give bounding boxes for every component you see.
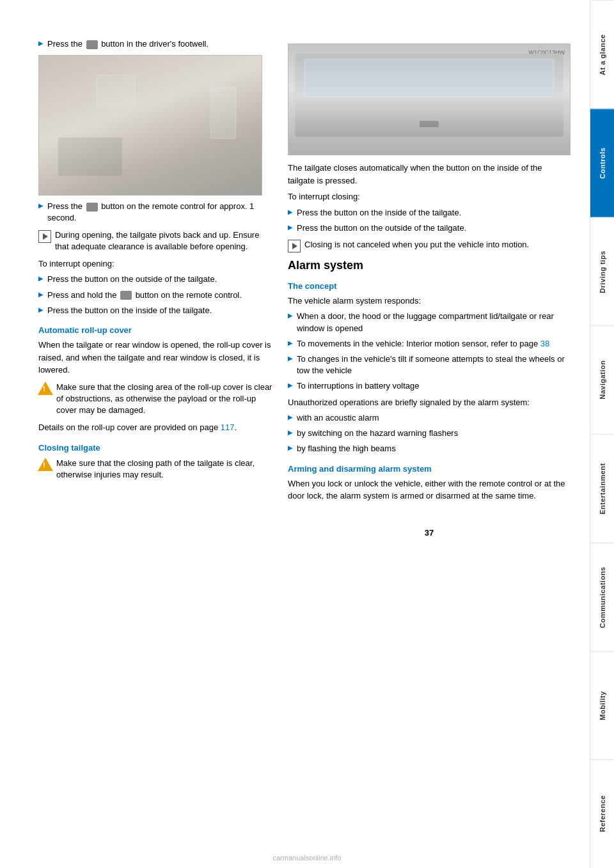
closing-play-arrow bbox=[292, 243, 297, 249]
sidebar-item-entertainment[interactable]: Entertainment bbox=[590, 434, 614, 543]
unauth-arrow-3-icon: ▶ bbox=[288, 444, 293, 453]
interrupt-bullet-3-text: Press the button on the inside of the ta… bbox=[47, 305, 275, 316]
unauthorized-bullet-3: ▶ by flashing the high beams bbox=[288, 443, 571, 454]
concept-bullet-2: ▶ To movements in the vehicle: Interior … bbox=[288, 338, 571, 350]
concept-intro-text: The vehicle alarm system responds: bbox=[288, 295, 571, 307]
concept-heading: The concept bbox=[288, 281, 571, 291]
interrupt-bullet-2: ▶ Press and hold the button on the remot… bbox=[38, 290, 275, 301]
concept-arrow-4-icon: ▶ bbox=[288, 381, 293, 390]
sidebar-label-reference: Reference bbox=[599, 796, 606, 833]
tailgate-image: W1C0C13HW bbox=[288, 43, 571, 155]
warning-rollup-text: Make sure that the closing area of the r… bbox=[56, 382, 275, 417]
bullet-arrow-icon: ▶ bbox=[38, 39, 43, 48]
bullet-arrow-3-icon: ▶ bbox=[38, 274, 43, 283]
warning-closing-text: Make sure that the closing path of the t… bbox=[56, 458, 275, 481]
unauthorized-bullet-1: ▶ with an acoustic alarm bbox=[288, 412, 571, 424]
closing-bullet-2: ▶ Press the button on the outside of the… bbox=[288, 222, 571, 234]
page-38-link[interactable]: 38 bbox=[540, 339, 549, 348]
arming-heading: Arming and disarming alarm system bbox=[288, 464, 571, 474]
warning-closing-icon bbox=[38, 458, 52, 472]
sidebar-label-at-a-glance: At a glance bbox=[599, 34, 606, 75]
concept-bullet-4-text: To interruptions in battery voltage bbox=[297, 380, 571, 392]
unauthorized-bullet-2: ▶ by switching on the hazard warning fla… bbox=[288, 428, 571, 439]
rollup-details-text: Details on the roll-up cover are provide… bbox=[38, 421, 275, 434]
sidebar-item-controls[interactable]: Controls bbox=[590, 109, 614, 217]
tailgate-auto-text: The tailgate closes automatically when t… bbox=[288, 162, 571, 187]
bullet-arrow-2-icon: ▶ bbox=[38, 201, 43, 210]
unauthorized-bullet-1-text: with an acoustic alarm bbox=[297, 412, 571, 424]
concept-bullet-1-text: When a door, the hood or the luggage com… bbox=[297, 311, 571, 334]
arming-text: When you lock or unlock the vehicle, eit… bbox=[288, 477, 571, 502]
warning-closing-shape bbox=[38, 458, 53, 471]
concept-arrow-2-icon: ▶ bbox=[288, 339, 293, 348]
concept-bullet-4: ▶ To interruptions in battery voltage bbox=[288, 380, 571, 392]
sidebar-item-driving-tips[interactable]: Driving tips bbox=[590, 217, 614, 326]
unauth-arrow-2-icon: ▶ bbox=[288, 428, 293, 437]
concept-arrow-3-icon: ▶ bbox=[288, 354, 293, 363]
concept-bullet-1: ▶ When a door, the hood or the luggage c… bbox=[288, 311, 571, 334]
note-closing-box: Closing is not canceled when you put the… bbox=[288, 239, 571, 252]
note-play-icon bbox=[38, 230, 51, 243]
page-container: ▶ Press the button in the driver's footw… bbox=[0, 0, 614, 868]
interrupt-heading: To interrupt opening: bbox=[38, 258, 275, 270]
closing-arrow-1-icon: ▶ bbox=[288, 208, 293, 217]
closing-tailgate-heading: Closing tailgate bbox=[38, 443, 275, 453]
unauth-arrow-1-icon: ▶ bbox=[288, 413, 293, 422]
note-closing-play-icon bbox=[288, 240, 301, 252]
unauthorized-bullet-2-text: by switching on the hazard warning flash… bbox=[297, 428, 571, 439]
sidebar-item-at-a-glance[interactable]: At a glance bbox=[590, 0, 614, 109]
interrupt-bullet-3: ▶ Press the button on the inside of the … bbox=[38, 305, 275, 316]
alarm-system-title: Alarm system bbox=[288, 259, 571, 272]
note-open-text: During opening, the tailgate pivots back… bbox=[55, 229, 275, 252]
interrupt-closing-heading: To interrupt closing: bbox=[288, 190, 571, 203]
bullet-arrow-4-icon: ▶ bbox=[38, 290, 43, 299]
auto-rollup-heading: Automatic roll-up cover bbox=[38, 325, 275, 335]
sidebar-item-communications[interactable]: Communications bbox=[590, 543, 614, 651]
sidebar-item-reference[interactable]: Reference bbox=[590, 759, 614, 868]
concept-bullet-3: ▶ To changes in the vehicle's tilt if so… bbox=[288, 353, 571, 376]
car-interior-image: P31CCHAW bbox=[38, 55, 262, 196]
sidebar-label-entertainment: Entertainment bbox=[599, 463, 606, 514]
sidebar: At a glance Controls Driving tips Naviga… bbox=[590, 0, 614, 868]
note-closing-text: Closing is not canceled when you put the… bbox=[304, 239, 571, 251]
interrupt-bullet-1: ▶ Press the button on the outside of the… bbox=[38, 274, 275, 285]
intro-bullet: ▶ Press the button in the driver's footw… bbox=[38, 38, 275, 50]
bullet-arrow-5-icon: ▶ bbox=[38, 306, 43, 314]
warning-triangle-icon bbox=[38, 382, 52, 396]
right-column: W1C0C13HW The tailgate closes automatica… bbox=[288, 38, 571, 830]
auto-rollup-text: When the tailgate or rear window is open… bbox=[38, 339, 275, 376]
warning-shape bbox=[38, 382, 53, 395]
warning-closing-box: Make sure that the closing path of the t… bbox=[38, 458, 275, 481]
concept-arrow-1-icon: ▶ bbox=[288, 311, 293, 320]
sidebar-label-driving-tips: Driving tips bbox=[599, 251, 606, 293]
bullet2: ▶ Press the button on the remote control… bbox=[38, 201, 275, 224]
sidebar-label-communications: Communications bbox=[599, 566, 606, 628]
page-number: 37 bbox=[288, 528, 571, 538]
sidebar-label-controls: Controls bbox=[599, 148, 606, 179]
intro-bullet-text: Press the button in the driver's footwel… bbox=[47, 38, 275, 50]
sidebar-label-navigation: Navigation bbox=[599, 360, 606, 399]
sidebar-item-navigation[interactable]: Navigation bbox=[590, 325, 614, 434]
unauthorized-text: Unauthorized operations are briefly sign… bbox=[288, 396, 571, 409]
concept-bullet-2-text: To movements in the vehicle: Interior mo… bbox=[297, 338, 571, 350]
concept-bullet-3-text: To changes in the vehicle's tilt if some… bbox=[297, 353, 571, 376]
bottom-watermark: carmanualsonline.info bbox=[272, 854, 341, 862]
bullet2-text: Press the button on the remote control f… bbox=[47, 201, 275, 224]
unauthorized-bullet-3-text: by flashing the high beams bbox=[297, 443, 571, 454]
interrupt-bullet-1-text: Press the button on the outside of the t… bbox=[47, 274, 275, 285]
play-arrow-icon bbox=[43, 233, 48, 240]
page-117-link[interactable]: 117 bbox=[221, 422, 235, 432]
sidebar-label-mobility: Mobility bbox=[599, 691, 606, 720]
left-column: ▶ Press the button in the driver's footw… bbox=[38, 38, 275, 830]
warning-rollup-box: Make sure that the closing area of the r… bbox=[38, 382, 275, 417]
main-content: ▶ Press the button in the driver's footw… bbox=[0, 0, 590, 868]
interrupt-bullet-2-text: Press and hold the button on the remote … bbox=[47, 290, 275, 301]
sidebar-item-mobility[interactable]: Mobility bbox=[590, 651, 614, 760]
note-open-box: During opening, the tailgate pivots back… bbox=[38, 229, 275, 252]
closing-bullet-1: ▶ Press the button on the inside of the … bbox=[288, 207, 571, 219]
closing-bullet-2-text: Press the button on the outside of the t… bbox=[297, 222, 571, 234]
closing-arrow-2-icon: ▶ bbox=[288, 223, 293, 232]
closing-bullet-1-text: Press the button on the inside of the ta… bbox=[297, 207, 571, 219]
